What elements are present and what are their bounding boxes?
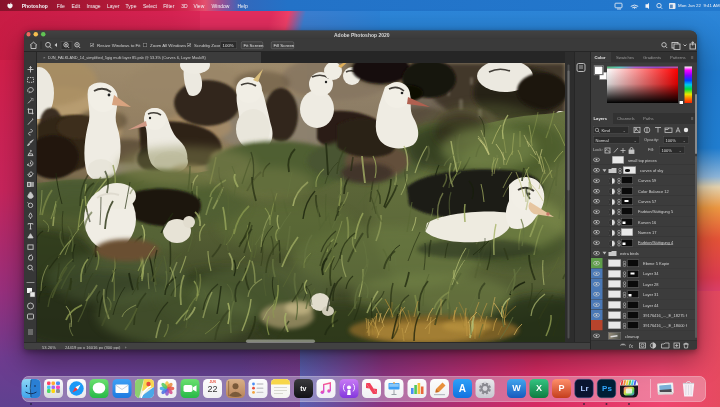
svg-text:fx: fx bbox=[629, 343, 633, 349]
